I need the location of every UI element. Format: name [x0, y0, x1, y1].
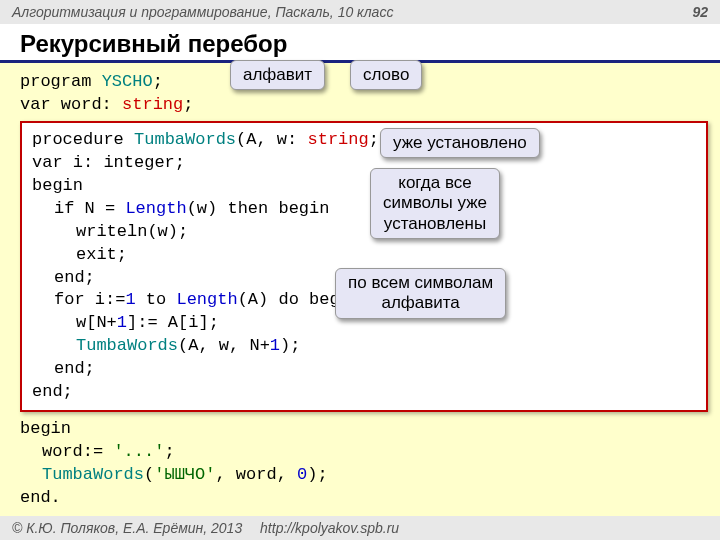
- callout-already-set: уже установлено: [380, 128, 540, 158]
- callout-over-all: по всем символам алфавита: [335, 268, 506, 319]
- copyright: © К.Ю. Поляков, Е.А. Ерёмин, 2013: [12, 520, 242, 536]
- course-label: Алгоритмизация и программирование, Паска…: [12, 4, 393, 20]
- code-line: end;: [32, 358, 696, 381]
- callout-word: слово: [350, 60, 422, 90]
- callout-alphabet: алфавит: [230, 60, 325, 90]
- page-title: Рекурсивный перебор: [0, 24, 720, 60]
- code-line: TumbaWords('ЫШЧО', word, 0);: [20, 464, 708, 487]
- code-line: end;: [32, 381, 696, 404]
- footer-link[interactable]: http://kpolyakov.spb.ru: [260, 520, 399, 536]
- code-line: end.: [20, 487, 708, 510]
- page-header: Алгоритмизация и программирование, Паска…: [0, 0, 720, 24]
- page-number: 92: [692, 4, 708, 20]
- code-line: var i: integer;: [32, 152, 696, 175]
- procedure-block: procedure TumbaWords(A, w: string; N: in…: [20, 121, 708, 412]
- code-line: if N = Length(w) then begin: [32, 198, 696, 221]
- code-line: procedure TumbaWords(A, w: string; N: in…: [32, 129, 696, 152]
- code-line: var word: string;: [20, 94, 708, 117]
- code-line: word:= '...';: [20, 441, 708, 464]
- code-line: writeln(w);: [32, 221, 696, 244]
- code-line: TumbaWords(A, w, N+1);: [32, 335, 696, 358]
- callout-when-all: когда все символы уже установлены: [370, 168, 500, 239]
- page-footer: © К.Ю. Поляков, Е.А. Ерёмин, 2013 http:/…: [0, 516, 720, 540]
- code-line: begin: [20, 418, 708, 441]
- code-line: begin: [32, 175, 696, 198]
- code-line: exit;: [32, 244, 696, 267]
